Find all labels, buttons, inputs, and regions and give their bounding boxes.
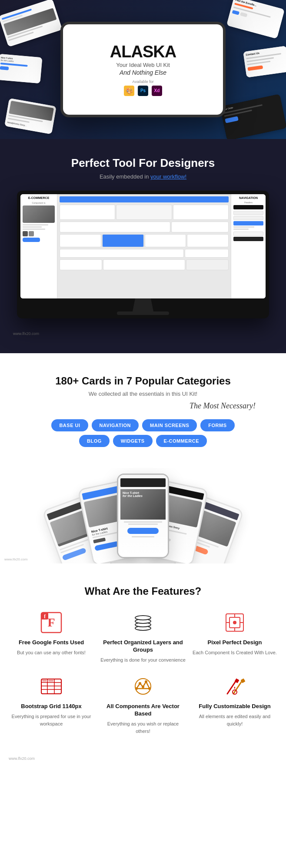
most-necessary: The Most Necessary! xyxy=(13,401,273,411)
monitor-screen: E-COMMERCE Component is xyxy=(20,194,266,298)
feature-layers: Perfect Organized Layers and Groups Ever… xyxy=(100,610,186,663)
fonts-icon: F f xyxy=(39,610,63,635)
scatter-card-4: Your Order xyxy=(220,94,286,139)
tag-widgets[interactable]: WIDGETS xyxy=(113,435,153,447)
bootstrap-name: Bootstrap Grid 1140px xyxy=(21,703,81,710)
feature-fonts: F f Free Google Fonts Used But you can u… xyxy=(9,610,94,663)
cards-title: 180+ Cards in 7 Popular Categories xyxy=(13,375,273,387)
svg-point-14 xyxy=(233,621,236,624)
sketch-icon: 🎨 xyxy=(124,86,134,96)
tags-container: BASE UI NAVIGATION MAIN SCREENS FORMS xyxy=(13,419,273,431)
hero-section: Feel the Excelle... Headphones Sony... Y… xyxy=(0,0,286,139)
monitor-stand xyxy=(130,298,156,311)
svg-rect-21 xyxy=(42,680,47,682)
main-phone-frame: ALASKA Your Ideal Web UI Kit And Nothing… xyxy=(60,22,226,117)
svg-point-27 xyxy=(139,682,141,685)
svg-text:F: F xyxy=(47,616,55,629)
layers-desc: Everything is done for your convenience xyxy=(100,656,186,664)
scatter-card-5: Nice T-shirt for the Ladies xyxy=(0,54,42,83)
alaska-tagline: And Nothing Else xyxy=(120,69,166,76)
photoshop-icon: Ps xyxy=(138,86,148,96)
scatter-card-1 xyxy=(0,0,62,47)
cards-subtitle: We collected all the essentials in this … xyxy=(13,391,273,397)
vector-icon xyxy=(131,674,155,699)
perfect-tool-section: Perfect Tool For Designers Easily embedd… xyxy=(0,139,286,353)
tag-blog[interactable]: BLOG xyxy=(79,435,110,447)
features-title: What Are the Features? xyxy=(9,585,277,597)
scatter-card-3: Headphones Sony... xyxy=(4,98,57,134)
monitor-url: www.lfx20.com xyxy=(9,331,277,336)
workflow-link[interactable]: your workflow! xyxy=(150,173,186,180)
feature-bootstrap: Bootstrap Grid 1140px Everything is prep… xyxy=(9,674,94,735)
tag-navigation[interactable]: NAVIGATION xyxy=(92,419,139,431)
pixel-desc: Each Component Is Created With Love. xyxy=(193,649,277,656)
svg-point-28 xyxy=(145,680,147,683)
tags-row-2: BLOG WIDGETS E-COMMERCE xyxy=(13,435,273,447)
cards-section: 180+ Cards in 7 Popular Categories We co… xyxy=(0,353,286,464)
monitor-base xyxy=(117,311,169,315)
layers-name: Perfect Organized Layers and Groups xyxy=(100,639,186,654)
customize-name: Fully Customizable Design xyxy=(199,703,270,710)
features-grid: F f Free Google Fonts Used But you can u… xyxy=(9,610,277,735)
ecommerce-label: E-COMMERCE xyxy=(23,196,55,200)
tag-main-screens[interactable]: MAIN SCREENS xyxy=(142,419,197,431)
available-label: Available for xyxy=(132,80,153,84)
features-section: What Are the Features? F f Free Google F… xyxy=(0,568,286,752)
feature-customize: Fully Customizable Design All elements a… xyxy=(192,674,277,735)
perfect-tool-title: Perfect Tool For Designers xyxy=(9,156,277,170)
pixel-name: Pixel Perfect Design xyxy=(208,639,262,646)
customize-desc: All elements are edited easily and quick… xyxy=(192,713,277,727)
mockup-watermark: www.lfx20.com xyxy=(4,557,27,561)
vector-name: All Components Are Vector Based xyxy=(100,703,186,718)
bootstrap-icon xyxy=(39,674,63,699)
bottom-watermark: www.lfx20.com xyxy=(0,752,286,765)
svg-point-7 xyxy=(135,616,151,620)
perfect-tool-sub: Easily embedded in your workflow! xyxy=(9,173,277,180)
monitor-frame: E-COMMERCE Component is xyxy=(17,191,269,318)
phone-mockup-center: Nice T-shirtfor the Ladies xyxy=(117,474,169,558)
feature-vector: All Components Are Vector Based Everythi… xyxy=(100,674,186,735)
tag-ecommerce[interactable]: E-COMMERCE xyxy=(156,435,207,447)
feature-pixel: Pixel Perfect Design Each Component Is C… xyxy=(192,610,277,663)
fonts-desc: But you can use any other fonts! xyxy=(17,649,86,656)
bootstrap-desc: Everything is prepared for use in your w… xyxy=(9,713,94,727)
tag-forms[interactable]: FORMS xyxy=(200,419,234,431)
pixel-icon xyxy=(223,610,247,635)
scatter-card-2: Feel the Excelle... xyxy=(226,0,285,39)
tag-base-ui[interactable]: BASE UI xyxy=(51,419,88,431)
svg-point-24 xyxy=(135,687,138,690)
alaska-subtitle: Your Ideal Web UI Kit xyxy=(116,62,170,68)
fonts-name: Free Google Fonts Used xyxy=(19,639,84,646)
alaska-logo: ALASKA xyxy=(110,43,176,60)
layers-icon xyxy=(131,610,155,635)
xd-icon: Xd xyxy=(152,86,162,96)
vector-desc: Everything as you wish or replace others… xyxy=(100,720,186,735)
navigation-label: NAVIGATION xyxy=(233,196,263,199)
mockup-section: Nice T-shirt for the Ladies Nice T-shirt… xyxy=(0,468,286,563)
svg-rect-22 xyxy=(48,680,53,682)
customize-icon xyxy=(223,674,247,699)
svg-point-26 xyxy=(148,687,151,690)
scatter-card-6: Contact Us xyxy=(243,46,286,77)
svg-point-25 xyxy=(142,686,144,688)
